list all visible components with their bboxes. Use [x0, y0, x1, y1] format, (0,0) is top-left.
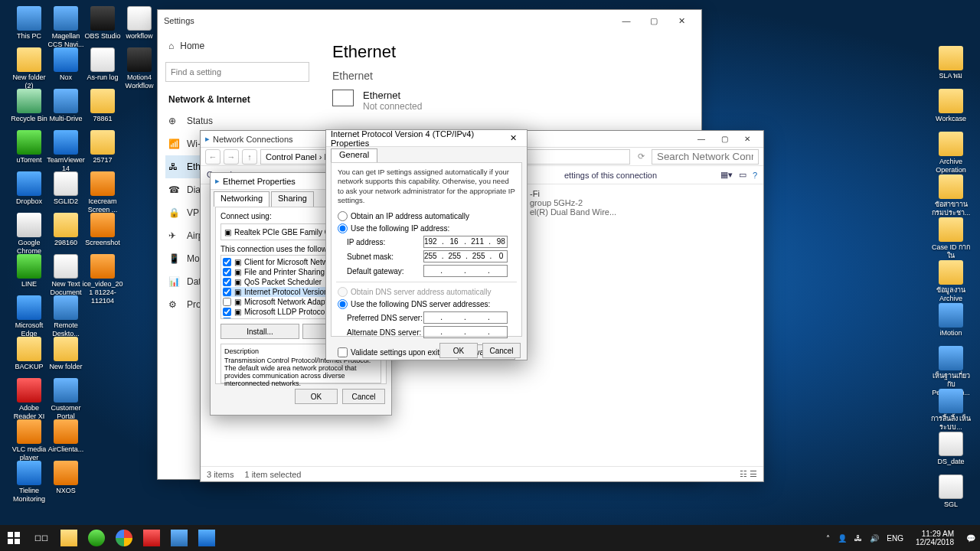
- ip-address-field[interactable]: IP address: 192.16.211.98: [347, 236, 515, 248]
- desktop-icon[interactable]: Workcase: [929, 89, 972, 123]
- icon-label: Workcase: [929, 115, 972, 123]
- back-button[interactable]: ←: [205, 149, 220, 165]
- tray-chevron-icon[interactable]: ˄: [826, 534, 830, 543]
- subnet-label: Subnet mask:: [347, 253, 423, 261]
- tab-networking[interactable]: Networking: [214, 191, 270, 207]
- up-button[interactable]: ↑: [242, 149, 257, 165]
- home-nav[interactable]: ⌂ Home: [165, 34, 309, 57]
- section-header: Ethernet: [332, 70, 686, 82]
- cancel-button[interactable]: Cancel: [342, 389, 385, 404]
- nav-icon: ⚙: [168, 299, 179, 310]
- protocol-checkbox[interactable]: [223, 258, 231, 266]
- settings-search[interactable]: [165, 62, 309, 82]
- desktop-icon[interactable]: ข้อสาขาาน กรมประชา...: [929, 174, 972, 217]
- taskbar-app[interactable]: [193, 525, 220, 551]
- ok-button[interactable]: OK: [295, 389, 338, 404]
- protocol-checkbox[interactable]: [223, 278, 231, 286]
- nc-search-input[interactable]: [652, 149, 759, 165]
- desktop-icon[interactable]: ข้อมูลงาน Archive: [929, 260, 972, 303]
- ipv4-titlebar[interactable]: Internet Protocol Version 4 (TCP/IPv4) P…: [326, 130, 527, 147]
- protocol-name: QoS Packet Scheduler: [244, 278, 322, 286]
- settings-titlebar[interactable]: Settings — ▢ ✕: [158, 10, 701, 31]
- home-label: Home: [180, 41, 204, 51]
- taskbar-app[interactable]: [55, 525, 83, 551]
- close-button[interactable]: ✕: [505, 133, 522, 143]
- nav-label: Status: [187, 116, 213, 126]
- forward-button[interactable]: →: [224, 149, 239, 165]
- cancel-button[interactable]: Cancel: [482, 343, 521, 358]
- protocol-checkbox[interactable]: [223, 318, 231, 319]
- protocol-icon: ▣: [234, 288, 241, 296]
- icon-label: Case ID กาก ใน: [929, 243, 972, 260]
- app-icon: [939, 132, 963, 156]
- radio-auto-ip[interactable]: Obtain an IP address automatically: [338, 211, 515, 221]
- nav-icon: 🖧: [168, 161, 179, 172]
- nav-item-status[interactable]: ⊕Status: [165, 109, 309, 132]
- connection-settings-button[interactable]: ettings of this connection: [564, 171, 657, 180]
- dns2-field[interactable]: Alternate DNS server: ...: [347, 326, 515, 338]
- nc-title: Network Connections: [213, 135, 293, 144]
- taskbar-app[interactable]: [138, 525, 165, 551]
- minimize-button[interactable]: —: [612, 10, 640, 31]
- ep-title: Ethernet Properties: [223, 177, 296, 186]
- nav-icon: 📱: [168, 253, 179, 264]
- taskbar-app[interactable]: [110, 525, 138, 551]
- minimize-button[interactable]: —: [690, 131, 713, 148]
- refresh-button[interactable]: ⟳: [633, 149, 648, 165]
- tray-notifications-icon[interactable]: 💬: [966, 534, 975, 543]
- task-view-button[interactable]: ☐☐: [28, 525, 55, 551]
- protocol-checkbox[interactable]: [223, 298, 231, 306]
- protocol-icon: ▣: [234, 258, 241, 266]
- desktop-icon[interactable]: iMotion: [929, 303, 972, 337]
- desktop-icon[interactable]: DS_date: [929, 432, 972, 466]
- app-icon: [939, 389, 963, 413]
- dns1-field[interactable]: Preferred DNS server: ...: [347, 311, 515, 324]
- validate-checkbox[interactable]: Validate settings upon exit: [338, 347, 439, 357]
- desktop-icon[interactable]: การสิ้นสิ้ง เห็นระบบ...: [929, 389, 972, 432]
- ethernet-status: Not connected: [363, 101, 422, 112]
- desktop-icon[interactable]: SGL: [929, 474, 972, 509]
- gateway-field[interactable]: Default gateway: ...: [347, 265, 515, 277]
- close-button[interactable]: ✕: [668, 10, 695, 31]
- item-count: 3 items: [207, 470, 234, 479]
- tab-general[interactable]: General: [331, 148, 377, 162]
- connection-item[interactable]: -Fi group 5GHz-2 el(R) Dual Band Wire...: [530, 189, 756, 217]
- tray-network-icon[interactable]: 🖧: [854, 534, 862, 543]
- protocol-checkbox[interactable]: [223, 308, 231, 316]
- selected-count: 1 item selected: [244, 470, 301, 479]
- radio-static-dns[interactable]: Use the following DNS server addresses:: [338, 299, 515, 309]
- desktop-icon[interactable]: Case ID กาก ใน: [929, 217, 972, 260]
- svg-rect-1: [15, 532, 20, 537]
- view-icon[interactable]: ▦▾: [720, 170, 733, 180]
- ethernet-item[interactable]: Ethernet Not connected: [332, 90, 686, 112]
- maximize-button[interactable]: ▢: [640, 10, 668, 31]
- icon-label: การสิ้นสิ้ง เห็นระบบ...: [929, 415, 972, 432]
- details-icon[interactable]: ▭: [739, 170, 746, 180]
- help-icon[interactable]: ?: [753, 171, 757, 180]
- search-input[interactable]: [165, 62, 309, 82]
- view-toggle-icon[interactable]: ☷ ☰: [740, 469, 757, 479]
- maximize-button[interactable]: ▢: [713, 131, 736, 148]
- start-button[interactable]: [0, 525, 28, 551]
- nav-icon: 📊: [168, 276, 179, 287]
- radio-static-ip[interactable]: Use the following IP address:: [338, 223, 515, 233]
- tray-volume-icon[interactable]: 🔊: [870, 534, 879, 543]
- taskbar-app[interactable]: [83, 525, 110, 551]
- tray-lang[interactable]: ENG: [887, 534, 903, 543]
- desktop-icon[interactable]: SLA พม: [929, 46, 972, 80]
- protocol-checkbox[interactable]: [223, 268, 231, 276]
- ok-button[interactable]: OK: [439, 343, 478, 358]
- close-button[interactable]: ✕: [736, 131, 759, 148]
- taskbar-app[interactable]: [165, 525, 193, 551]
- app-icon: [939, 346, 963, 370]
- protocol-checkbox[interactable]: [223, 288, 231, 296]
- dns1-label: Preferred DNS server:: [347, 314, 423, 322]
- folder-icon: ▸: [205, 134, 210, 144]
- protocol-icon: ▣: [234, 268, 241, 276]
- subnet-mask-field[interactable]: Subnet mask: 255.255.255.0: [347, 250, 515, 262]
- install-button[interactable]: Install...: [220, 324, 299, 339]
- tray-people-icon[interactable]: 👤: [838, 534, 847, 543]
- tray-clock[interactable]: 11:29 AM 12/24/2018: [911, 530, 959, 546]
- taskbar[interactable]: ☐☐ ˄ 👤 🖧 🔊 ENG 11:29 AM 12/24/2018 💬: [0, 525, 980, 551]
- tab-sharing[interactable]: Sharing: [271, 191, 314, 207]
